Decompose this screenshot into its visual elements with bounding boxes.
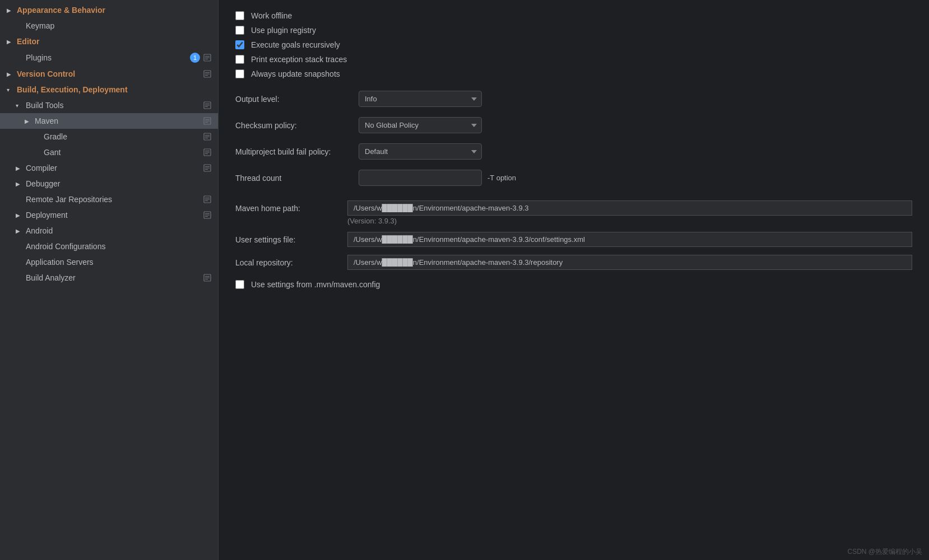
- badge: 1: [190, 53, 200, 63]
- checkbox-row-use-settings: Use settings from .mvn/maven.config: [235, 280, 912, 289]
- thread-count-suffix: -T option: [487, 174, 516, 182]
- sidebar-item-label: Version Control: [17, 69, 203, 78]
- output-level-label: Output level:: [235, 95, 359, 104]
- sidebar-item-label: Keymap: [26, 21, 211, 30]
- form-row-output-level: Output level:QuietInfoDebug: [235, 91, 912, 107]
- checksum-policy-control: No Global PolicyWarnFail: [359, 117, 912, 133]
- thread-count-input[interactable]: [359, 170, 482, 186]
- sidebar-item-label: Appearance & Behavior: [17, 6, 211, 15]
- form-row-multiproject-build-fail-policy: Multiproject build fail policy:DefaultFa…: [235, 143, 912, 160]
- output-level-select[interactable]: QuietInfoDebug: [359, 91, 482, 107]
- checkbox-row-print-exception-stack-traces: Print exception stack traces: [235, 55, 912, 64]
- sidebar-item-label: Android: [26, 226, 211, 235]
- sidebar-item-label: Compiler: [26, 164, 203, 172]
- sidebar-item-compiler[interactable]: ▶Compiler: [0, 160, 218, 176]
- use-plugin-registry-label[interactable]: Use plugin registry: [251, 26, 316, 35]
- sidebar-item-label: Editor: [17, 37, 211, 46]
- footer: CSDN @热爱编程的小吴: [840, 544, 929, 560]
- use-plugin-registry-checkbox[interactable]: [235, 26, 244, 35]
- footer-text: CSDN @热爱编程的小吴: [847, 548, 922, 556]
- sidebar-item-editor[interactable]: ▶Editor: [0, 34, 218, 49]
- multiproject-build-fail-policy-control: DefaultFail At EndFail FastNever Fail: [359, 143, 912, 160]
- chevron-icon: ▶: [16, 212, 24, 218]
- settings-sidebar: ▶Appearance & BehaviorKeymap▶EditorPlugi…: [0, 0, 219, 560]
- always-update-snapshots-label[interactable]: Always update snapshots: [251, 69, 340, 78]
- chevron-icon: ▶: [25, 118, 32, 124]
- checkbox-row-work-offline: Work offline: [235, 11, 912, 20]
- sidebar-item-deployment[interactable]: ▶Deployment: [0, 207, 218, 223]
- maven-home-version: (Version: 3.9.3): [235, 217, 912, 225]
- always-update-snapshots-checkbox[interactable]: [235, 69, 244, 78]
- maven-home-input[interactable]: [347, 200, 912, 216]
- execute-goals-recursively-label[interactable]: Execute goals recursively: [251, 40, 340, 49]
- maven-home-label: Maven home path:: [235, 204, 347, 213]
- user-settings-input[interactable]: [347, 232, 912, 247]
- sidebar-item-appearance-behavior[interactable]: ▶Appearance & Behavior: [0, 2, 218, 18]
- settings-icon: [203, 274, 211, 282]
- form-row-thread-count: Thread count-T option: [235, 170, 912, 186]
- settings-icon: [203, 101, 211, 109]
- sidebar-item-label: Debugger: [26, 179, 211, 188]
- sidebar-item-build-tools[interactable]: ▾Build Tools: [0, 97, 218, 113]
- print-exception-stack-traces-label[interactable]: Print exception stack traces: [251, 55, 347, 64]
- settings-icon: [203, 164, 211, 172]
- settings-icon: [203, 148, 211, 156]
- chevron-icon: ▾: [16, 102, 24, 109]
- execute-goals-recursively-checkbox[interactable]: [235, 40, 244, 49]
- settings-icon: [203, 54, 211, 62]
- settings-icon: [203, 133, 211, 141]
- checksum-policy-select[interactable]: No Global PolicyWarnFail: [359, 117, 482, 133]
- form-row-local-repo: Local repository:: [235, 255, 912, 270]
- sidebar-item-remote-jar-repos[interactable]: Remote Jar Repositories: [0, 192, 218, 207]
- chevron-icon: ▶: [16, 181, 24, 187]
- sidebar-item-maven[interactable]: ▶Maven: [0, 113, 218, 129]
- checkbox-row-use-plugin-registry: Use plugin registry: [235, 26, 912, 35]
- work-offline-checkbox[interactable]: [235, 11, 244, 20]
- form-row-maven-home: Maven home path:(Version: 3.9.3): [235, 200, 912, 225]
- form-row-checksum-policy: Checksum policy:No Global PolicyWarnFail: [235, 117, 912, 133]
- sidebar-item-android-configurations[interactable]: Android Configurations: [0, 239, 218, 254]
- sidebar-item-label: Remote Jar Repositories: [26, 195, 203, 204]
- multiproject-build-fail-policy-select[interactable]: DefaultFail At EndFail FastNever Fail: [359, 143, 482, 160]
- local-repo-label: Local repository:: [235, 258, 347, 267]
- use-settings-mvn-checkbox[interactable]: [235, 280, 244, 289]
- sidebar-item-label: Plugins: [26, 53, 190, 62]
- sidebar-item-keymap[interactable]: Keymap: [0, 18, 218, 34]
- sidebar-item-label: Deployment: [26, 211, 203, 220]
- thread-count-label: Thread count: [235, 174, 359, 183]
- sidebar-item-label: Build, Execution, Deployment: [17, 85, 211, 94]
- sidebar-item-version-control[interactable]: ▶Version Control: [0, 66, 218, 82]
- sidebar-item-gant[interactable]: Gant: [0, 144, 218, 160]
- sidebar-item-label: Gant: [44, 148, 203, 157]
- form-row-user-settings: User settings file:: [235, 232, 912, 247]
- sidebar-item-label: Build Analyzer: [26, 273, 203, 282]
- chevron-icon: ▶: [7, 7, 15, 13]
- work-offline-label[interactable]: Work offline: [251, 11, 292, 20]
- sidebar-item-label: Build Tools: [26, 101, 203, 110]
- chevron-icon: ▶: [7, 71, 15, 77]
- use-settings-mvn-label[interactable]: Use settings from .mvn/maven.config: [251, 280, 380, 289]
- output-level-control: QuietInfoDebug: [359, 91, 912, 107]
- settings-icon: [203, 195, 211, 203]
- chevron-icon: ▾: [7, 87, 15, 93]
- settings-icon: [203, 117, 211, 125]
- sidebar-item-plugins[interactable]: Plugins1: [0, 49, 218, 66]
- checkbox-row-always-update-snapshots: Always update snapshots: [235, 69, 912, 78]
- chevron-icon: ▶: [16, 228, 24, 234]
- sidebar-item-label: Maven: [35, 116, 203, 125]
- print-exception-stack-traces-checkbox[interactable]: [235, 55, 244, 64]
- sidebar-item-debugger[interactable]: ▶Debugger: [0, 176, 218, 192]
- sidebar-item-build-analyzer[interactable]: Build Analyzer: [0, 270, 218, 286]
- settings-main: Work offlineUse plugin registryExecute g…: [219, 0, 929, 560]
- sidebar-item-build-execution-deployment[interactable]: ▾Build, Execution, Deployment: [0, 82, 218, 97]
- sidebar-item-gradle[interactable]: Gradle: [0, 129, 218, 144]
- sidebar-item-android[interactable]: ▶Android: [0, 223, 218, 239]
- sidebar-item-label: Application Servers: [26, 258, 211, 267]
- settings-icon: [203, 211, 211, 219]
- sidebar-item-label: Gradle: [44, 132, 203, 141]
- multiproject-build-fail-policy-label: Multiproject build fail policy:: [235, 147, 359, 156]
- local-repo-input[interactable]: [347, 255, 912, 270]
- sidebar-item-application-servers[interactable]: Application Servers: [0, 254, 218, 270]
- checksum-policy-label: Checksum policy:: [235, 121, 359, 130]
- chevron-icon: ▶: [16, 165, 24, 171]
